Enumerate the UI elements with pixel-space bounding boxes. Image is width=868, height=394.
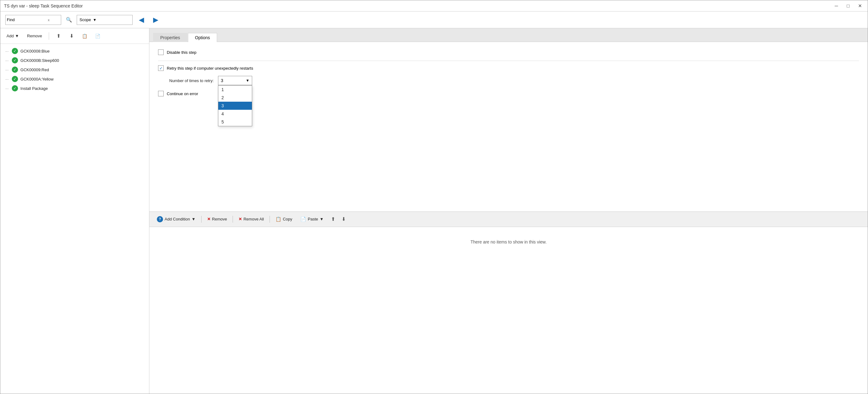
main-content: Add ▼ Remove ⬆ ⬇ 📋 📄 ··· ✓ GCK00008:Blue — [0, 28, 868, 394]
cond-sep-3 — [270, 216, 270, 223]
retry-option-5[interactable]: 5 — [218, 118, 252, 126]
add-condition-chevron-icon: ▼ — [192, 217, 196, 221]
item-label: GCK0000A:Yellow — [21, 77, 54, 82]
retry-count-dropdown[interactable]: 3 ▼ — [218, 76, 252, 85]
add-chevron-icon: ▼ — [15, 34, 19, 38]
item-label: Install Package — [21, 86, 48, 91]
search-input[interactable] — [7, 18, 47, 22]
retry-count-options-list: 1 2 3 4 5 — [218, 85, 252, 126]
list-item[interactable]: ··· ✓ GCK00009:Red — [2, 65, 148, 74]
retry-option-1[interactable]: 1 — [218, 86, 252, 93]
sidebar-separator — [49, 32, 49, 40]
paste-step-button[interactable]: 📄 — [93, 31, 102, 41]
tree-dots: ··· — [5, 58, 9, 63]
right-panel: Properties Options Disable this step ✓ R… — [149, 28, 868, 394]
close-button[interactable]: ✕ — [856, 2, 864, 10]
item-label: GCK0000B:Sleep600 — [21, 58, 59, 63]
nav-forward-button[interactable]: ▶ — [150, 15, 161, 25]
retry-dropdown-chevron-icon: ▼ — [246, 78, 249, 83]
search-go-button[interactable]: 🔍 — [64, 15, 73, 25]
check-icon: ✓ — [12, 85, 18, 91]
tab-options[interactable]: Options — [188, 33, 217, 42]
check-icon: ✓ — [12, 57, 18, 63]
cond-sep-1 — [201, 216, 202, 223]
copy-icon: 📋 — [275, 217, 281, 222]
remove-all-button[interactable]: ✕ Remove All — [235, 215, 268, 223]
cond-move-down-button[interactable]: ⬇ — [339, 214, 348, 224]
retry-checkbox[interactable]: ✓ — [158, 65, 164, 71]
window-controls: ─ □ ✕ — [832, 2, 864, 10]
window-title: TS dyn var - sleep Task Sequence Editor — [4, 3, 83, 8]
sidebar-tree: ··· ✓ GCK00008:Blue ··· ✓ GCK0000B:Sleep… — [0, 44, 149, 394]
list-item[interactable]: ··· ✓ GCK0000B:Sleep600 — [2, 56, 148, 65]
check-icon: ✓ — [12, 76, 18, 82]
maximize-button[interactable]: □ — [844, 2, 852, 10]
retry-option-4[interactable]: 4 — [218, 110, 252, 118]
tree-dots: ··· — [5, 77, 9, 82]
main-window: TS dyn var - sleep Task Sequence Editor … — [0, 0, 868, 394]
remove-all-label: Remove All — [244, 217, 264, 221]
remove-condition-label: Remove — [212, 217, 227, 221]
minimize-button[interactable]: ─ — [832, 2, 840, 10]
conditions-area: There are no items to show in this view. — [149, 227, 868, 394]
list-item[interactable]: ··· ✓ Install Package — [2, 84, 148, 93]
retry-count-label: Number of times to retry: — [169, 78, 214, 83]
search-clear-icon[interactable]: x — [47, 18, 50, 22]
copy-condition-button[interactable]: 📋 Copy — [272, 215, 296, 224]
retry-option-2[interactable]: 2 — [218, 93, 252, 102]
add-condition-button[interactable]: ? Add Condition ▼ — [153, 215, 199, 224]
options-panel: Disable this step ✓ Retry this step if c… — [149, 42, 868, 212]
add-condition-label: Add Condition — [164, 217, 190, 221]
sidebar-toolbar: Add ▼ Remove ⬆ ⬇ 📋 📄 — [0, 28, 149, 44]
disable-step-label: Disable this step — [167, 50, 196, 55]
remove-condition-x-icon: ✕ — [207, 217, 211, 221]
add-button[interactable]: Add ▼ — [4, 32, 22, 39]
remove-button[interactable]: Remove — [25, 32, 44, 39]
sidebar: Add ▼ Remove ⬆ ⬇ 📋 📄 ··· ✓ GCK00008:Blue — [0, 28, 149, 394]
item-label: GCK00008:Blue — [21, 49, 50, 54]
nav-back-button[interactable]: ◀ — [136, 15, 147, 25]
add-label: Add — [6, 34, 14, 38]
tree-dots: ··· — [5, 86, 9, 91]
paste-label: Paste — [308, 217, 318, 221]
scope-label: Scope — [80, 18, 91, 22]
scope-dropdown[interactable]: Scope ▼ — [77, 15, 133, 25]
disable-step-row: Disable this step — [158, 50, 859, 55]
paste-icon: 📄 — [300, 217, 306, 222]
move-down-button[interactable]: ⬇ — [66, 31, 76, 41]
retry-row: ✓ Retry this step if computer unexpected… — [158, 65, 859, 71]
remove-label: Remove — [27, 34, 42, 38]
disable-step-checkbox[interactable] — [158, 50, 164, 55]
add-condition-icon: ? — [157, 216, 163, 222]
check-icon: ✓ — [12, 66, 18, 73]
continue-on-error-checkbox[interactable] — [158, 91, 164, 96]
retry-count-value: 3 — [221, 78, 223, 83]
tabs-bar: Properties Options — [149, 28, 868, 42]
retry-label: Retry this step if computer unexpectedly… — [167, 66, 253, 71]
divider-1 — [158, 61, 859, 61]
check-icon: ✓ — [12, 48, 18, 54]
remove-all-x-icon: ✕ — [239, 217, 242, 221]
move-up-button[interactable]: ⬆ — [54, 31, 63, 41]
copy-label: Copy — [283, 217, 292, 221]
top-toolbar: x 🔍 Scope ▼ ◀ ▶ — [0, 11, 868, 28]
paste-condition-button[interactable]: 📄 Paste ▼ — [297, 215, 327, 224]
paste-chevron-icon: ▼ — [319, 217, 323, 221]
cond-sep-2 — [232, 216, 233, 223]
list-item[interactable]: ··· ✓ GCK00008:Blue — [2, 46, 148, 56]
title-bar: TS dyn var - sleep Task Sequence Editor … — [0, 0, 868, 11]
retry-count-row: Number of times to retry: 3 ▼ 1 2 3 4 5 — [169, 76, 859, 85]
cond-move-up-button[interactable]: ⬆ — [328, 214, 338, 224]
tab-properties[interactable]: Properties — [153, 33, 187, 42]
tree-dots: ··· — [5, 49, 9, 54]
continue-on-error-label: Continue on error — [167, 91, 198, 96]
scope-chevron-icon: ▼ — [93, 18, 97, 22]
retry-option-3[interactable]: 3 — [218, 102, 252, 110]
list-item[interactable]: ··· ✓ GCK0000A:Yellow — [2, 74, 148, 84]
remove-condition-button[interactable]: ✕ Remove — [204, 215, 231, 223]
copy-step-button[interactable]: 📋 — [80, 31, 89, 41]
search-box: x — [5, 15, 61, 25]
item-label: GCK00009:Red — [21, 67, 49, 72]
condition-toolbar: ? Add Condition ▼ ✕ Remove ✕ Remove All … — [149, 212, 868, 227]
continue-on-error-row: Continue on error — [158, 91, 859, 96]
